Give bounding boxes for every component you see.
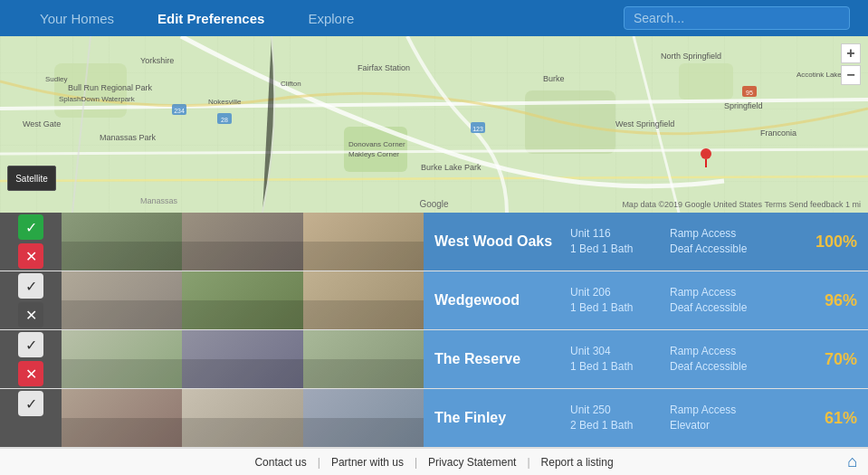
svg-text:West Springfield: West Springfield — [615, 119, 674, 128]
photo-3 — [303, 271, 424, 329]
photo-2 — [182, 389, 302, 447]
svg-line-6 — [0, 176, 868, 181]
check-icon[interactable]: ✓ — [18, 391, 43, 416]
listing-row[interactable]: ✓ ✕ Wedgewood Unit 2061 Bed 1 Bath Ramp … — [0, 271, 868, 330]
fair-housing-icon: ⌂ — [847, 452, 857, 471]
check-icon[interactable]: ✓ — [18, 214, 43, 240]
svg-text:Accotink Lake: Accotink Lake — [796, 71, 842, 79]
map-area: Bull Run Regional Park SplashDown Waterp… — [0, 36, 868, 213]
svg-text:Manassas: Manassas — [140, 196, 178, 205]
svg-text:123: 123 — [472, 126, 483, 132]
nav-your-homes[interactable]: Your Homes — [18, 11, 136, 26]
svg-text:Burke Lake Park: Burke Lake Park — [421, 163, 482, 172]
photo-2 — [182, 213, 302, 271]
photo-3 — [303, 213, 424, 271]
svg-text:Nokesville: Nokesville — [208, 98, 242, 106]
listing-icons: ✓ ✕ — [0, 271, 62, 329]
svg-text:North Springfield: North Springfield — [661, 52, 721, 61]
google-logo: Google — [419, 199, 448, 209]
svg-text:Franconia: Franconia — [760, 128, 796, 138]
listing-row[interactable]: ✓ The Finley Unit 2502 Bed 1 Bath Ramp A… — [0, 389, 868, 448]
listing-percent: 61% — [807, 409, 857, 428]
footer-partner[interactable]: Partner with us — [320, 456, 415, 469]
listing-icons: ✓ ✕ — [0, 213, 62, 271]
listing-features: Ramp AccessElevator — [670, 403, 798, 433]
listing-features: Ramp AccessDeaf Accessible — [670, 285, 798, 316]
svg-text:Fairfax Station: Fairfax Station — [358, 63, 410, 72]
footer: Contact us | Partner with us | Privacy S… — [0, 448, 868, 475]
footer-privacy[interactable]: Privacy Statement — [417, 456, 527, 469]
listing-percent: 100% — [807, 233, 857, 252]
svg-text:Yorkshire: Yorkshire — [140, 56, 174, 65]
photo-1 — [62, 213, 182, 271]
nav-explore[interactable]: Explore — [286, 11, 376, 26]
search-input[interactable] — [624, 6, 850, 30]
svg-text:Clifton: Clifton — [281, 80, 301, 88]
listing-images: ✓ ✕ — [0, 330, 424, 388]
svg-rect-2 — [525, 90, 615, 154]
listing-percent: 70% — [807, 350, 857, 369]
listing-icons: ✓ — [0, 389, 62, 447]
satellite-button[interactable]: Satellite — [7, 166, 56, 191]
svg-rect-3 — [679, 63, 733, 100]
listings-container: ✓ ✕ West Wood Oaks Unit 1161 Bed 1 Bath … — [0, 213, 868, 448]
footer-contact[interactable]: Contact us — [243, 456, 317, 469]
svg-text:West Gate: West Gate — [23, 119, 61, 128]
photo-3 — [303, 330, 424, 388]
photo-1 — [62, 271, 182, 329]
listing-unit: Unit 2061 Bed 1 Bath — [570, 285, 661, 316]
listing-info: The Finley Unit 2502 Bed 1 Bath Ramp Acc… — [424, 389, 868, 447]
x-icon[interactable]: ✕ — [18, 361, 43, 386]
svg-text:Manassas Park: Manassas Park — [100, 133, 157, 142]
listing-unit: Unit 2502 Bed 1 Bath — [570, 403, 661, 433]
listing-name: The Reserve — [434, 351, 561, 367]
svg-line-5 — [0, 149, 868, 154]
listing-percent: 96% — [807, 291, 857, 310]
listing-images: ✓ ✕ — [0, 213, 424, 271]
svg-text:Bull Run Regional Park: Bull Run Regional Park — [68, 83, 153, 92]
svg-text:95: 95 — [746, 90, 753, 96]
nav-edit-preferences[interactable]: Edit Preferences — [136, 11, 286, 26]
main-nav: Your Homes Edit Preferences Explore — [0, 0, 868, 36]
listing-icons: ✓ ✕ — [0, 330, 62, 388]
svg-text:Makleys Corner: Makleys Corner — [348, 150, 399, 158]
zoom-out-button[interactable]: − — [841, 65, 861, 85]
svg-text:Donovans Corner: Donovans Corner — [348, 140, 405, 148]
listing-features: Ramp AccessDeaf Accessible — [670, 226, 798, 257]
photo-2 — [182, 330, 302, 388]
svg-point-34 — [701, 148, 711, 159]
photo-1 — [62, 389, 182, 447]
photo-3 — [303, 389, 424, 447]
listing-info: The Reserve Unit 3041 Bed 1 Bath Ramp Ac… — [424, 330, 868, 388]
listing-row[interactable]: ✓ ✕ The Reserve Unit 3041 Bed 1 Bath Ram… — [0, 330, 868, 389]
listing-name: Wedgewood — [434, 292, 561, 309]
listing-unit: Unit 3041 Bed 1 Bath — [570, 344, 661, 375]
listing-images: ✓ ✕ — [0, 271, 424, 329]
svg-text:234: 234 — [174, 108, 185, 114]
photo-1 — [62, 330, 182, 388]
check-icon[interactable]: ✓ — [18, 273, 43, 299]
check-icon[interactable]: ✓ — [18, 332, 43, 357]
listing-images: ✓ — [0, 389, 424, 447]
zoom-in-button[interactable]: + — [841, 43, 861, 63]
svg-text:28: 28 — [221, 117, 228, 123]
listing-name: The Finley — [434, 410, 561, 426]
x-icon[interactable]: ✕ — [18, 302, 43, 328]
listing-features: Ramp AccessDeaf Accessible — [670, 344, 798, 375]
listing-info: Wedgewood Unit 2061 Bed 1 Bath Ramp Acce… — [424, 271, 868, 329]
svg-text:Sudley: Sudley — [45, 75, 67, 83]
footer-report[interactable]: Report a listing — [530, 456, 625, 469]
svg-text:Burke: Burke — [543, 74, 565, 83]
photo-2 — [182, 271, 302, 329]
map-controls: + − — [841, 43, 861, 85]
listing-info: West Wood Oaks Unit 1161 Bed 1 Bath Ramp… — [424, 213, 868, 271]
map-attribution: Map data ©2019 Google United States Term… — [622, 200, 861, 209]
listing-unit: Unit 1161 Bed 1 Bath — [570, 226, 661, 257]
listing-name: West Wood Oaks — [434, 233, 561, 250]
svg-text:Springfield: Springfield — [724, 101, 763, 110]
x-icon[interactable]: ✕ — [18, 243, 43, 269]
svg-text:SplashDown Waterpark: SplashDown Waterpark — [59, 95, 136, 103]
listing-row[interactable]: ✓ ✕ West Wood Oaks Unit 1161 Bed 1 Bath … — [0, 213, 868, 271]
